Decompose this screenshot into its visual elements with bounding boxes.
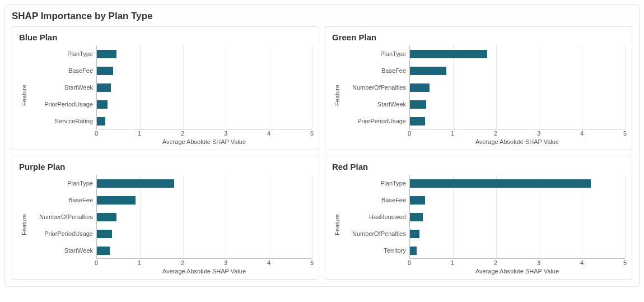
bar (410, 247, 417, 255)
gridline (183, 175, 184, 258)
gridline (312, 45, 312, 129)
x-tick-label: 3 (537, 259, 540, 266)
x-tick-label: 5 (623, 259, 627, 266)
panel-title: Red Plan (332, 162, 625, 171)
x-tick-label: 0 (95, 259, 98, 266)
category-label: PriorPeriodUsage (342, 118, 406, 124)
category-label: PlanType (29, 50, 93, 57)
bar (97, 83, 111, 92)
bar (410, 67, 446, 75)
x-tick-label: 1 (451, 130, 454, 137)
gridline (625, 45, 626, 129)
x-tick-label: 1 (138, 259, 141, 266)
plot-column: PlanTypeBaseFeeNumberOfPenaltiesPriorPer… (29, 175, 312, 275)
bar (97, 117, 105, 126)
gridline (226, 45, 226, 129)
x-tick-label: 2 (494, 259, 497, 266)
chart-wrap: FeaturePlanTypeBaseFeeHasRenewedNumberOf… (332, 175, 625, 275)
bar (97, 247, 110, 255)
category-label: BaseFee (342, 197, 406, 203)
x-tick-label: 3 (224, 130, 227, 137)
category-labels: PlanTypeBaseFeeHasRenewedNumberOfPenalti… (342, 175, 409, 259)
bar (97, 100, 108, 109)
bar (410, 117, 425, 126)
category-label: HasRenewed (342, 213, 406, 220)
x-axis-label: Average Absolute SHAP Value (409, 138, 625, 145)
category-label: BaseFee (29, 67, 93, 74)
panel-title: Blue Plan (19, 32, 312, 42)
plot-area: PlanTypeBaseFeeNumberOfPenaltiesStartWee… (342, 45, 625, 129)
panel-title: Purple Plan (19, 162, 312, 171)
chart-panel: Blue PlanFeaturePlanTypeBaseFeeStartWeek… (12, 26, 319, 150)
bars-region (96, 175, 312, 259)
x-tick-label: 5 (310, 130, 314, 137)
panel-title: Green Plan (332, 32, 625, 42)
chart-grid: Blue PlanFeaturePlanTypeBaseFeeStartWeek… (12, 26, 632, 280)
x-ticks: 012345 (96, 259, 312, 267)
x-tick-label: 4 (580, 259, 584, 266)
x-tick-label: 2 (181, 259, 184, 266)
gridline (312, 175, 312, 258)
category-labels: PlanTypeBaseFeeNumberOfPenaltiesStartWee… (342, 45, 409, 129)
category-labels: PlanTypeBaseFeeStartWeekPriorPeriodUsage… (29, 45, 96, 129)
gridline (539, 45, 539, 129)
bar (97, 179, 174, 188)
bar (410, 213, 423, 221)
bars-region (409, 175, 625, 259)
x-tick-label: 1 (451, 259, 454, 266)
category-label: NumberOfPenalties (29, 213, 93, 220)
chart-wrap: FeaturePlanTypeBaseFeeNumberOfPenaltiesS… (332, 45, 625, 145)
y-axis-label: Feature (334, 85, 340, 106)
y-axis-label: Feature (334, 214, 340, 235)
bar (97, 50, 116, 58)
category-label: NumberOfPenalties (342, 84, 406, 91)
category-label: PriorPeriodUsage (29, 101, 93, 108)
bar (97, 196, 136, 205)
bar (410, 230, 419, 238)
category-label: NumberOfPenalties (342, 230, 406, 237)
x-axis-label: Average Absolute SHAP Value (96, 268, 312, 275)
x-tick-label: 4 (267, 130, 270, 137)
category-label: BaseFee (29, 197, 93, 203)
y-axis-label: Feature (21, 85, 27, 106)
y-axis-label-container: Feature (332, 175, 342, 275)
y-axis-label-container: Feature (19, 45, 29, 145)
category-label: ServiceRating (29, 118, 93, 124)
category-label: PriorPeriodUsage (29, 230, 93, 237)
x-tick-label: 2 (494, 130, 497, 137)
gridline (269, 45, 269, 129)
bar (410, 100, 426, 109)
bar (410, 179, 591, 188)
x-tick-label: 3 (537, 130, 540, 137)
category-label: PlanType (342, 180, 406, 187)
gridline (226, 175, 226, 258)
x-tick-label: 0 (95, 130, 98, 137)
x-tick-label: 4 (580, 130, 584, 137)
main-title: SHAP Importance by Plan Type (12, 11, 632, 22)
category-label: PlanType (29, 180, 93, 187)
x-axis-label: Average Absolute SHAP Value (96, 138, 312, 145)
y-axis-label-container: Feature (19, 175, 29, 275)
x-tick-label: 3 (224, 259, 227, 266)
bar (410, 83, 430, 92)
chart-panel: Purple PlanFeaturePlanTypeBaseFeeNumberO… (12, 156, 319, 280)
bars-region (409, 45, 625, 129)
category-label: Territory (342, 247, 406, 254)
plot-column: PlanTypeBaseFeeHasRenewedNumberOfPenalti… (342, 175, 625, 275)
chart-wrap: FeaturePlanTypeBaseFeeNumberOfPenaltiesP… (19, 175, 312, 275)
category-label: StartWeek (29, 84, 93, 91)
bar (97, 67, 113, 75)
x-tick-label: 5 (310, 259, 314, 266)
x-ticks: 012345 (409, 129, 625, 137)
gridline (625, 175, 626, 258)
bar (410, 196, 425, 205)
x-ticks: 012345 (409, 259, 625, 267)
x-tick-label: 0 (408, 259, 411, 266)
dashboard-card: SHAP Importance by Plan Type Blue PlanFe… (4, 4, 640, 287)
plot-area: PlanTypeBaseFeeStartWeekPriorPeriodUsage… (29, 45, 312, 129)
plot-column: PlanTypeBaseFeeStartWeekPriorPeriodUsage… (29, 45, 312, 145)
x-ticks: 012345 (96, 129, 312, 137)
category-label: StartWeek (342, 101, 406, 108)
x-tick-label: 0 (408, 130, 411, 137)
x-tick-label: 2 (181, 130, 184, 137)
